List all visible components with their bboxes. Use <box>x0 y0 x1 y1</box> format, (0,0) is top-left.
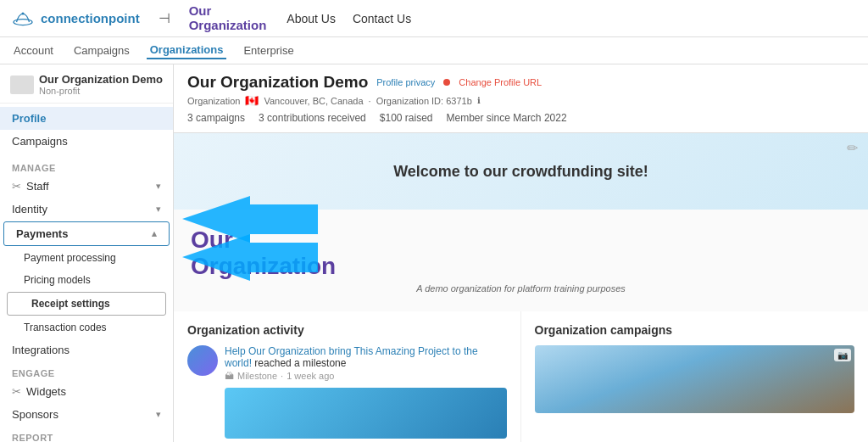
about-us-link[interactable]: About Us <box>287 12 336 25</box>
top-nav: connectionpoint ⊣ OurOrganization About … <box>0 0 868 37</box>
second-nav: Account Campaigns Organizations Enterpri… <box>0 37 868 64</box>
info-icon: ℹ <box>477 96 481 105</box>
logo-area: connectionpoint <box>10 8 140 29</box>
sidebar-item-campaigns[interactable]: Campaigns <box>0 130 173 153</box>
sidebar-item-staff[interactable]: ✂ Staff ▾ <box>0 175 173 198</box>
camera-overlay: 📷 <box>834 349 851 361</box>
campaigns-section-title: Organization campaigns <box>535 323 855 337</box>
identity-chevron: ▾ <box>156 204 161 215</box>
site-name: OurOrganization <box>189 4 267 32</box>
sidebar-org-type: Non-profit <box>39 86 163 96</box>
activity-action: reached a milestone <box>254 357 346 369</box>
sidebar-item-integrations[interactable]: Integrations <box>0 338 173 361</box>
profile-stats: 3 campaigns 3 contributions received $10… <box>187 112 854 124</box>
sidebar-item-payments[interactable]: Payments ▴ <box>3 221 170 246</box>
camera-icon: 📷 <box>837 350 848 360</box>
payments-chevron: ▴ <box>152 228 157 239</box>
stat-raised: $100 raised <box>380 112 433 124</box>
sidebar-item-pricing-models[interactable]: Pricing models <box>0 269 173 291</box>
sidebar-org-logo <box>10 76 34 94</box>
sidebar-top-section: Profile Campaigns <box>0 104 173 156</box>
activity-item: Help Our Organization bring This Amazing… <box>187 345 507 439</box>
stat-campaigns: 3 campaigns <box>187 112 245 124</box>
sidebar-org-name: Our Organization Demo <box>39 73 163 86</box>
profile-privacy-link[interactable]: Profile privacy <box>376 77 435 87</box>
sponsors-chevron: ▾ <box>156 409 161 420</box>
top-nav-links: About Us Contact Us <box>287 12 411 25</box>
sidebar-item-payment-processing[interactable]: Payment processing <box>0 247 173 269</box>
logo-icon <box>10 8 36 29</box>
logo-text: connectionpoint <box>41 12 140 25</box>
sidebar-item-identity[interactable]: Identity ▾ <box>0 198 173 221</box>
profile-name: Our Organization Demo <box>187 73 368 92</box>
sidebar-item-transaction-codes[interactable]: Transaction codes <box>0 316 173 338</box>
welcome-banner: Welcome to our crowdfunding site! ✏ <box>174 133 868 210</box>
profile-meta: Organization 🇨🇦 Vancouver, BC, Canada · … <box>187 94 854 107</box>
edit-pencil-icon[interactable]: ✏ <box>847 140 858 156</box>
milestone-icon: 🏔 <box>225 371 234 381</box>
contact-us-link[interactable]: Contact Us <box>353 12 411 25</box>
engage-section-label: ENGAGE <box>0 361 173 380</box>
bottom-sections: Organization activity Help Our Organizat… <box>174 311 868 442</box>
stat-member-since: Member since March 2022 <box>447 112 567 124</box>
nav-campaigns[interactable]: Campaigns <box>70 42 133 59</box>
welcome-text: Welcome to our crowdfunding site! <box>393 163 648 181</box>
activity-section: Organization activity Help Our Organizat… <box>174 311 521 442</box>
nav-organizations[interactable]: Organizations <box>147 42 227 59</box>
sidebar-item-receipt-settings[interactable]: Receipt settings <box>7 292 166 316</box>
main-content: Our Organization Demo Profile privacy Ch… <box>174 64 868 442</box>
change-profile-url-link[interactable]: Change Profile URL <box>459 77 542 87</box>
milestone-image <box>225 388 507 439</box>
svg-point-0 <box>14 19 32 25</box>
widgets-icon: ✂ <box>12 385 21 398</box>
nav-account[interactable]: Account <box>10 42 57 59</box>
activity-meta: 🏔 Milestone · 1 week ago <box>225 371 507 381</box>
sidebar-item-widgets[interactable]: ✂ Widgets <box>0 380 173 403</box>
org-type-label: Organization <box>187 96 240 106</box>
staff-chevron: ▾ <box>156 181 161 192</box>
canada-flag: 🇨🇦 <box>245 94 259 107</box>
stat-contributions: 3 contributions received <box>259 112 366 124</box>
sidebar-item-sponsors[interactable]: Sponsors ▾ <box>0 403 173 426</box>
campaign-thumbnail[interactable]: 📷 <box>535 345 855 413</box>
activity-time-sep: · <box>281 371 283 381</box>
profile-header: Our Organization Demo Profile privacy Ch… <box>174 64 868 133</box>
nav-collapse-button[interactable]: ⊣ <box>153 7 175 30</box>
org-tagline: A demo organization for platform trainin… <box>191 283 851 294</box>
campaigns-section: Organization campaigns 📷 <box>521 311 869 442</box>
sidebar-item-profile[interactable]: Profile <box>0 107 173 130</box>
activity-avatar <box>187 345 218 376</box>
manage-section-label: MANAGE <box>0 156 173 175</box>
scissors-icon: ✂ <box>12 180 21 193</box>
org-logo-area: Our Organization A demo organization for… <box>191 227 851 294</box>
profile-url-dot <box>443 79 450 86</box>
org-showcase: Our Organization A demo organization for… <box>174 210 868 311</box>
org-location: Vancouver, BC, Canada <box>264 96 363 106</box>
report-section-label: REPORT <box>0 426 173 442</box>
nav-enterprise[interactable]: Enterprise <box>240 42 297 59</box>
org-logo-text: Our Organization <box>191 227 851 280</box>
sidebar: Our Organization Demo Non-profit Profile… <box>0 64 174 442</box>
main-layout: Our Organization Demo Non-profit Profile… <box>0 64 868 442</box>
activity-text: Help Our Organization bring This Amazing… <box>225 345 507 369</box>
svg-point-1 <box>22 12 25 14</box>
org-separator: · <box>369 96 371 106</box>
sidebar-org-info: Our Organization Demo Non-profit <box>0 64 173 104</box>
org-id: Organization ID: 6371b <box>376 96 472 106</box>
activity-section-title: Organization activity <box>187 323 507 337</box>
campaign-image <box>535 345 855 413</box>
